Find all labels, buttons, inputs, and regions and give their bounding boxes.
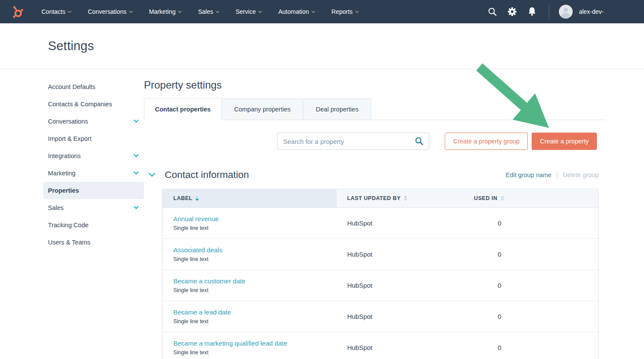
sidebar-item-account-defaults[interactable]: Account Defaults (43, 78, 144, 95)
sort-icon (404, 196, 407, 201)
table-row: Became a lead dateSingle line text HubSp… (163, 301, 598, 332)
avatar-body (561, 13, 570, 19)
sidebar-item-users-teams[interactable]: Users & Teams (43, 234, 144, 251)
updated-by-cell: HubSpot (337, 332, 463, 359)
delete-group-link: Delete group (563, 172, 599, 178)
sort-icon (501, 196, 504, 201)
group-header: Contact information Edit group name | De… (144, 169, 599, 181)
section-heading: Property settings (144, 79, 605, 91)
sidebar-item-label: Account Defaults (48, 83, 96, 90)
column-header-last-updated-by[interactable]: Last updated by (337, 189, 463, 207)
chevron-down-icon (216, 9, 219, 13)
updated-by-cell: HubSpot (337, 301, 463, 332)
collapse-chevron-icon[interactable] (149, 170, 156, 177)
hubspot-logo-icon[interactable] (12, 6, 23, 18)
column-header-used-in[interactable]: Used in (464, 189, 598, 207)
nav-menu-label: Contacts (41, 8, 65, 15)
chevron-down-icon (355, 9, 359, 13)
sidebar-item-label: Import & Export (48, 135, 92, 142)
avatar[interactable] (559, 5, 573, 19)
nav-menu-label: Automation (278, 8, 309, 15)
chevron-down-icon (178, 9, 182, 13)
table-row: Became a customer dateSingle line text H… (163, 270, 598, 301)
sidebar-item-label: Properties (48, 187, 79, 194)
table-row: Annual revenueSingle line text HubSpot 0 (163, 208, 598, 239)
sidebar-item-label: Conversations (48, 118, 88, 125)
nav-menu-sales[interactable]: Sales (198, 8, 219, 15)
updated-by-cell: HubSpot (337, 208, 463, 238)
sidebar-item-tracking-code[interactable]: Tracking Code (43, 216, 144, 234)
sidebar-item-integrations[interactable]: Integrations (43, 147, 144, 165)
search-icon[interactable] (415, 137, 424, 147)
used-in-cell: 0 (464, 239, 598, 270)
nav-menu-marketing[interactable]: Marketing (149, 8, 181, 15)
chevron-down-icon (134, 152, 138, 157)
chevron-down-icon (134, 204, 138, 209)
nav-menu-service[interactable]: Service (236, 8, 261, 15)
property-type: Single line text (173, 349, 208, 356)
sidebar-item-properties[interactable]: Properties (43, 182, 144, 199)
bell-icon[interactable] (522, 7, 542, 16)
user-name[interactable]: alex-dev- (579, 8, 604, 15)
column-header-label[interactable]: Label (163, 189, 337, 207)
edit-group-name-link[interactable]: Edit group name (506, 172, 552, 178)
search-icon[interactable] (482, 7, 502, 16)
property-type: Single line text (173, 318, 208, 324)
property-name-link[interactable]: Became a customer date (173, 277, 245, 285)
create-property-button[interactable]: Create a property (532, 133, 597, 150)
nav-menu-label: Sales (198, 8, 213, 15)
sidebar-item-label: Marketing (48, 170, 76, 177)
search-input[interactable] (277, 133, 429, 150)
sidebar-item-conversations[interactable]: Conversations (43, 113, 144, 130)
sidebar-item-label: Integrations (48, 152, 81, 159)
sort-icon (195, 196, 199, 201)
sidebar-item-label: Users & Teams (48, 239, 90, 246)
nav-menu-contacts[interactable]: Contacts (41, 8, 71, 15)
chevron-down-icon (258, 9, 262, 13)
settings-sidebar: Account Defaults Contacts & Companies Co… (43, 69, 144, 359)
sidebar-item-sales[interactable]: Sales (43, 199, 144, 216)
used-in-cell: 0 (464, 270, 598, 301)
navbar-divider (549, 3, 549, 20)
updated-by-cell: HubSpot (337, 239, 463, 270)
page-title: Settings (48, 39, 94, 53)
updated-by-cell: HubSpot (337, 270, 463, 301)
nav-menu-label: Marketing (149, 8, 175, 15)
nav-menu-conversations[interactable]: Conversations (88, 8, 132, 15)
sidebar-item-label: Contacts & Companies (48, 101, 112, 108)
sidebar-item-import-export[interactable]: Import & Export (43, 130, 144, 147)
nav-menu-label: Reports (332, 8, 353, 15)
property-name-link[interactable]: Associated deals (173, 246, 222, 254)
sidebar-item-label: Sales (48, 204, 64, 211)
chevron-down-icon (312, 9, 315, 13)
tab-company-properties[interactable]: Company properties (221, 98, 303, 120)
table-header-row: Label Last updated by Used in (163, 189, 598, 208)
table-row: Became a marketing qualified lead dateSi… (163, 332, 598, 359)
used-in-cell: 0 (464, 332, 598, 359)
chevron-down-icon (134, 170, 138, 175)
gear-icon[interactable] (502, 7, 522, 16)
nav-menu-label: Conversations (88, 8, 127, 15)
top-navbar: Contacts Conversations Marketing Sales S… (0, 0, 644, 23)
avatar-head (564, 8, 568, 12)
nav-menu-automation[interactable]: Automation (278, 8, 315, 15)
tab-deal-properties[interactable]: Deal properties (303, 98, 371, 120)
sidebar-item-contacts-companies[interactable]: Contacts & Companies (43, 95, 144, 113)
property-name-link[interactable]: Became a marketing qualified lead date (173, 340, 287, 347)
used-in-cell: 0 (464, 301, 598, 332)
tab-contact-properties[interactable]: Contact properties (144, 98, 222, 120)
sidebar-item-marketing[interactable]: Marketing (43, 165, 144, 182)
property-name-link[interactable]: Annual revenue (173, 215, 219, 222)
main-panel: Property settings Contact properties Com… (144, 69, 605, 359)
property-type: Single line text (173, 225, 208, 231)
navbar-right: alex-dev- (482, 3, 644, 20)
link-separator: | (556, 172, 558, 178)
property-type: Single line text (173, 256, 208, 262)
nav-menu-reports[interactable]: Reports (332, 8, 358, 15)
property-toolbar: Create a property group Create a propert… (144, 133, 597, 150)
property-name-link[interactable]: Became a lead date (173, 308, 231, 316)
create-property-group-button[interactable]: Create a property group (445, 133, 528, 150)
chevron-down-icon (68, 9, 71, 13)
chevron-down-icon (134, 118, 138, 123)
table-row: Associated dealsSingle line text HubSpot… (163, 239, 598, 270)
